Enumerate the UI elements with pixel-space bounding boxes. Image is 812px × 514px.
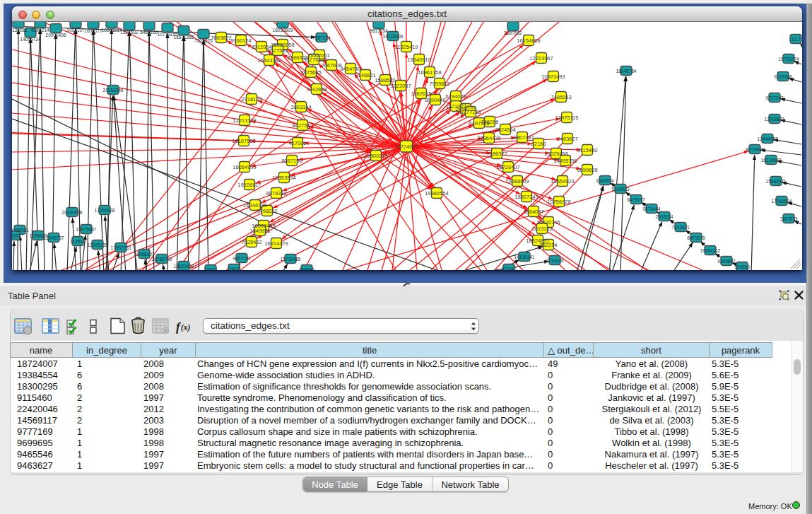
svg-text:12923: 12923 — [204, 267, 217, 271]
svg-text:10756928: 10756928 — [547, 199, 570, 205]
svg-text:2803144: 2803144 — [290, 104, 311, 110]
svg-text:1527602: 1527602 — [120, 30, 139, 35]
svg-text:12093871: 12093871 — [765, 117, 785, 122]
svg-text:7857224: 7857224 — [312, 35, 331, 40]
svg-text:2718120: 2718120 — [241, 96, 261, 103]
svg-text:1549931: 1549931 — [249, 228, 270, 234]
svg-text:969696: 969696 — [299, 267, 314, 271]
svg-text:9777169: 9777169 — [460, 109, 481, 115]
svg-text:2667608: 2667608 — [321, 62, 341, 69]
svg-text:7515525: 7515525 — [194, 38, 213, 43]
svg-text:7625402: 7625402 — [241, 239, 261, 245]
svg-text:8990448: 8990448 — [425, 97, 445, 103]
svg-text:(x): (x) — [181, 323, 191, 332]
svg-text:16571365: 16571365 — [174, 35, 194, 40]
svg-text:10958107: 10958107 — [134, 252, 155, 257]
svg-text:14495756: 14495756 — [553, 158, 577, 164]
svg-text:15640910: 15640910 — [407, 57, 430, 63]
svg-text:18807249: 18807249 — [514, 194, 538, 200]
svg-text:9657791: 9657791 — [233, 256, 251, 261]
svg-text:10654112: 10654112 — [700, 248, 721, 253]
svg-text:10807487: 10807487 — [510, 134, 534, 141]
svg-text:6479197: 6479197 — [627, 197, 645, 202]
svg-text:8454749: 8454749 — [340, 66, 360, 72]
svg-text:39157: 39157 — [12, 233, 20, 238]
svg-text:17016504: 17016504 — [772, 199, 792, 204]
svg-text:9242848: 9242848 — [306, 86, 326, 93]
svg-text:417006: 417006 — [288, 140, 306, 146]
svg-text:20991406: 20991406 — [46, 33, 66, 37]
svg-text:18724007: 18724007 — [394, 144, 418, 150]
svg-text:8267130: 8267130 — [281, 158, 302, 164]
svg-text:8296214: 8296214 — [31, 28, 49, 33]
svg-text:19218506: 19218506 — [383, 34, 404, 39]
svg-text:7955812: 7955812 — [429, 81, 449, 87]
svg-text:9115460: 9115460 — [577, 147, 598, 153]
svg-text:3624554: 3624554 — [495, 127, 515, 133]
svg-text:9129966: 9129966 — [774, 74, 792, 79]
svg-text:16914479: 16914479 — [264, 240, 288, 247]
svg-text:16107553: 16107553 — [232, 138, 255, 144]
svg-text:1435061: 1435061 — [12, 228, 29, 233]
svg-text:2087682: 2087682 — [504, 30, 522, 35]
svg-text:16961758: 16961758 — [418, 69, 441, 76]
svg-text:9160124: 9160124 — [230, 37, 251, 44]
svg-text:1640954: 1640954 — [596, 178, 614, 183]
svg-text:7386372: 7386372 — [486, 151, 507, 157]
svg-text:20053346: 20053346 — [103, 88, 124, 93]
svg-text:9227343: 9227343 — [765, 95, 784, 100]
svg-text:15692971: 15692971 — [766, 179, 787, 184]
svg-text:9146821: 9146821 — [355, 72, 375, 78]
svg-text:5938923: 5938923 — [611, 187, 630, 192]
svg-text:1117: 1117 — [791, 37, 801, 42]
svg-text:1615132: 1615132 — [531, 226, 552, 232]
svg-text:1162615: 1162615 — [411, 90, 432, 97]
svg-text:7485063: 7485063 — [551, 94, 571, 100]
svg-text:12942737: 12942737 — [44, 235, 64, 240]
svg-text:12213369: 12213369 — [233, 117, 256, 124]
svg-text:19654923: 19654923 — [551, 178, 574, 185]
svg-text:10688609: 10688609 — [505, 178, 529, 185]
svg-text:2935114: 2935114 — [656, 214, 673, 219]
svg-text:15300275: 15300275 — [364, 153, 387, 159]
svg-text:16654999: 16654999 — [233, 164, 256, 170]
svg-text:16120746: 16120746 — [536, 219, 560, 226]
svg-text:20200578: 20200578 — [62, 210, 83, 215]
svg-text:62160: 62160 — [531, 141, 546, 147]
svg-text:12353594: 12353594 — [272, 175, 295, 181]
svg-text:15751074: 15751074 — [779, 57, 799, 62]
svg-text:8878332: 8878332 — [266, 190, 286, 197]
svg-text:1609377: 1609377 — [84, 28, 102, 33]
svg-text:9245652: 9245652 — [717, 259, 736, 264]
svg-text:8471676: 8471676 — [687, 235, 705, 240]
svg-text:114519: 114519 — [70, 239, 86, 244]
svg-text:1093107: 1093107 — [66, 28, 85, 33]
svg-text:9474444: 9474444 — [642, 206, 661, 211]
svg-text:15716485: 15716485 — [281, 257, 301, 262]
svg-text:6466160: 6466160 — [140, 30, 158, 35]
svg-text:12444157: 12444157 — [758, 136, 778, 141]
svg-text:16543382: 16543382 — [257, 57, 281, 64]
svg-text:5322037: 5322037 — [390, 83, 411, 89]
svg-text:8813054: 8813054 — [370, 28, 388, 33]
svg-text:14136141: 14136141 — [514, 255, 535, 259]
svg-text:252254: 252254 — [539, 242, 557, 248]
svg-text:3915: 3915 — [229, 267, 240, 271]
svg-text:20364436: 20364436 — [477, 135, 500, 141]
svg-text:1167533: 1167533 — [780, 216, 798, 221]
svg-text:17359928: 17359928 — [95, 208, 115, 213]
svg-text:14055724: 14055724 — [20, 37, 41, 42]
svg-text:8215958: 8215958 — [746, 147, 764, 152]
svg-text:16648784: 16648784 — [616, 69, 637, 74]
svg-text:924565: 924565 — [734, 264, 750, 269]
svg-text:12213967: 12213967 — [529, 55, 553, 62]
svg-text:9699695: 9699695 — [577, 167, 597, 173]
svg-text:173342: 173342 — [501, 267, 517, 271]
svg-text:3498222: 3498222 — [257, 208, 277, 214]
svg-text:16154808: 16154808 — [517, 37, 540, 44]
svg-text:7632621: 7632621 — [671, 225, 690, 230]
svg-text:19106827: 19106827 — [237, 182, 261, 188]
svg-text:19384554: 19384554 — [425, 190, 448, 197]
svg-text:16210643: 16210643 — [761, 158, 782, 163]
svg-text:1733426: 1733426 — [546, 258, 564, 263]
